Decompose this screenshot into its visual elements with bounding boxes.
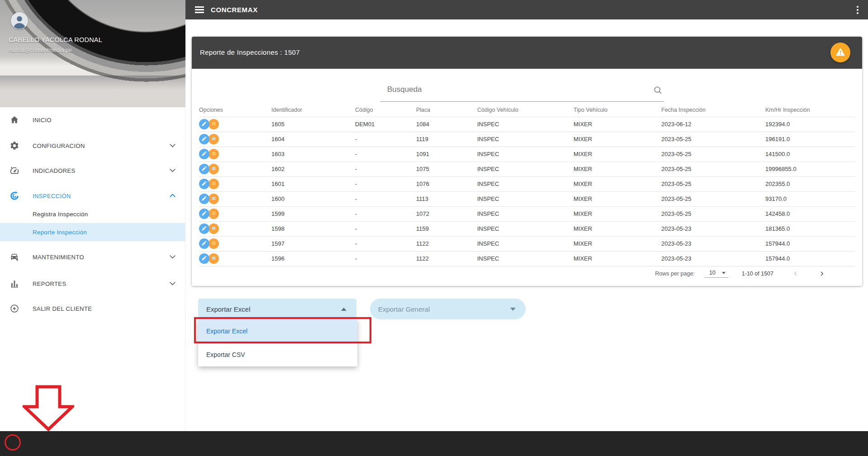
table-cell: MIXER — [574, 221, 661, 236]
sidebar-item-configuracion[interactable]: CONFIGURACION — [0, 135, 185, 157]
row-details-button[interactable] — [209, 238, 219, 249]
sidebar-item-inspeccion[interactable]: INSPECCIÓN — [0, 185, 185, 207]
column-header: Opciones — [199, 103, 271, 117]
sidebar-item-reportes[interactable]: REPORTES — [0, 273, 185, 294]
menu-item-exportar-csv[interactable]: Exportar CSV — [198, 343, 357, 366]
table-cell: 1119 — [416, 132, 477, 147]
table-cell: INSPEC — [477, 206, 574, 221]
rows-per-page-label: Rows per page: — [655, 271, 695, 277]
select-arrow-up-icon — [341, 308, 346, 311]
table-cell: - — [355, 147, 416, 162]
table-cell: MIXER — [574, 236, 661, 251]
export-excel-select[interactable]: Exportar Excel — [198, 299, 356, 319]
table-cell: - — [355, 236, 416, 251]
sidebar-item-salir-del-cliente[interactable]: SALIR DEL CLIENTE — [0, 298, 185, 319]
topbar: CONCREMAX — [185, 0, 868, 19]
table-row: 1603-1091INSPECMIXER2023-05-25141500.0 — [199, 147, 855, 162]
table-cell: 1605 — [271, 117, 355, 132]
sidebar-item-registra-inspeccion[interactable]: Registra Inspección — [0, 205, 185, 223]
column-header: Placa — [416, 103, 477, 117]
export-general-select-label: Exportar General — [378, 305, 430, 313]
table-cell: 157944.0 — [765, 236, 855, 251]
edit-row-button[interactable] — [199, 253, 209, 264]
rows-per-page-select[interactable]: 10 — [705, 270, 728, 278]
table-cell: 141500.0 — [765, 147, 855, 162]
previous-page-button[interactable] — [792, 270, 800, 278]
sidebar-item-indicadores[interactable]: INDICADORES — [0, 160, 185, 181]
kebab-menu-icon[interactable] — [854, 6, 862, 14]
table-cell: INSPEC — [477, 117, 574, 132]
download-bar: inspecciones_minif....xlsx Mostrar todo — [0, 431, 868, 456]
search-field — [380, 80, 664, 102]
row-options — [199, 237, 270, 251]
table-cell: INSPEC — [477, 176, 574, 191]
table-cell: 2023-05-25 — [661, 132, 765, 147]
inspection-cycle-icon — [9, 190, 20, 201]
table-cell: - — [355, 206, 416, 221]
table-cell: 1602 — [271, 162, 355, 176]
row-details-button[interactable] — [209, 149, 219, 159]
table-row: 1605DEM011084INSPECMIXER2023-06-12192394… — [199, 117, 855, 132]
pencil-icon — [201, 225, 207, 233]
sidebar-item-mantenimiento[interactable]: MANTENIMIENTO — [0, 246, 185, 268]
list-icon — [211, 136, 217, 143]
edit-row-button[interactable] — [199, 223, 209, 234]
row-options — [199, 252, 270, 266]
edit-row-button[interactable] — [199, 194, 209, 204]
export-general-select[interactable]: Exportar General — [370, 299, 526, 319]
edit-row-button[interactable] — [199, 164, 209, 174]
rows-per-page-value: 10 — [709, 270, 716, 276]
next-page-button[interactable] — [818, 270, 826, 278]
list-icon — [211, 121, 217, 128]
table-cell: DEM01 — [355, 117, 416, 132]
warning-button[interactable] — [830, 43, 850, 62]
edit-row-button[interactable] — [199, 149, 209, 159]
table-cell: 2023-05-23 — [661, 236, 765, 251]
edit-row-button[interactable] — [199, 238, 209, 249]
table-row: 1597-1122INSPECMIXER2023-05-23157944.0 — [199, 236, 855, 251]
menu-item-exportar-excel[interactable]: Exportar Excel — [198, 319, 357, 343]
dropdown-arrow-icon — [722, 272, 726, 274]
table-cell: MIXER — [574, 251, 661, 266]
pencil-icon — [201, 195, 207, 203]
row-details-button[interactable] — [209, 209, 219, 219]
table-cell: INSPEC — [477, 236, 574, 251]
menu-hamburger-icon[interactable] — [195, 6, 204, 13]
row-details-button[interactable] — [209, 119, 219, 129]
table-cell: 1597 — [271, 236, 355, 251]
table-cell: 2023-05-23 — [661, 221, 765, 236]
edit-row-button[interactable] — [199, 119, 209, 129]
sidebar-item-reporte-inspeccion[interactable]: Reporte Inspección — [0, 223, 185, 241]
pencil-icon — [201, 210, 207, 218]
row-details-button[interactable] — [209, 164, 219, 174]
table-cell: 2023-05-23 — [661, 251, 765, 266]
table-cell: MIXER — [574, 162, 661, 176]
table-cell: 1600 — [271, 191, 355, 206]
list-icon — [211, 240, 217, 247]
sidebar-item-inicio[interactable]: INICIO — [0, 109, 185, 131]
chevron-down-icon — [170, 166, 175, 172]
pagination-range: 1-10 of 1507 — [742, 271, 773, 277]
row-details-button[interactable] — [209, 179, 219, 189]
table-cell: 157944.0 — [765, 251, 855, 266]
table-cell: 1596 — [271, 251, 355, 266]
list-icon — [211, 255, 217, 262]
table-cell: 2023-05-25 — [661, 147, 765, 162]
table-cell: INSPEC — [477, 132, 574, 147]
pencil-icon — [201, 121, 207, 128]
row-details-button[interactable] — [209, 253, 219, 264]
sidebar-item-label: INICIO — [33, 117, 52, 124]
column-header: Código — [355, 103, 416, 117]
table-cell: 1603 — [271, 147, 355, 162]
table-cell: MIXER — [574, 206, 661, 221]
sidebar-item-label: CONFIGURACION — [33, 142, 85, 149]
edit-row-button[interactable] — [199, 209, 209, 219]
export-excel-select-label: Exportar Excel — [206, 305, 251, 313]
edit-row-button[interactable] — [199, 179, 209, 189]
table-row: 1596-1122INSPECMIXER2023-05-23157944.0 — [199, 251, 855, 266]
row-details-button[interactable] — [209, 194, 219, 204]
search-input[interactable] — [380, 80, 664, 102]
row-details-button[interactable] — [209, 223, 219, 234]
row-details-button[interactable] — [209, 134, 219, 144]
edit-row-button[interactable] — [199, 134, 209, 144]
